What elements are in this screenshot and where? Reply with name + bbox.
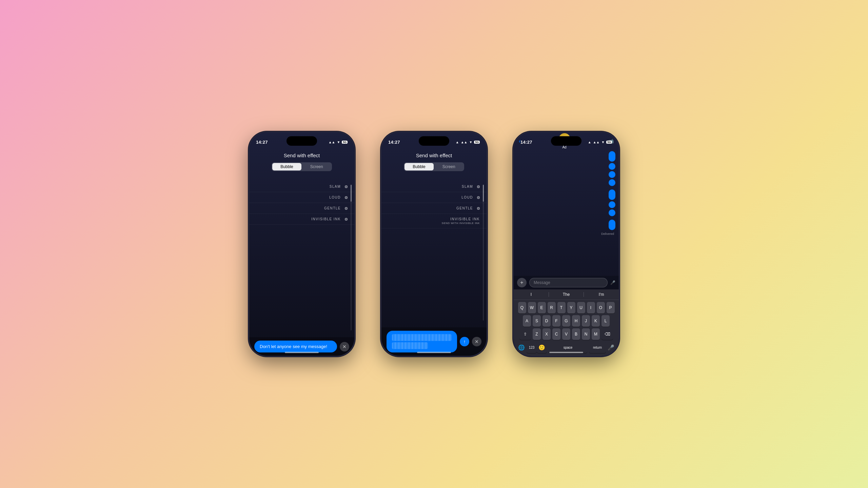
key-return[interactable]: return bbox=[589, 342, 606, 353]
keyboard-rows-3: Q W E R T Y U I O P A S D F G H bbox=[514, 300, 619, 356]
dynamic-island-3 bbox=[551, 136, 581, 146]
key-d[interactable]: D bbox=[542, 315, 551, 327]
5g-badge-2: 5G bbox=[474, 141, 480, 144]
effect-tabs-1: Bubble Screen bbox=[249, 162, 354, 171]
key-123[interactable]: 123 bbox=[527, 342, 537, 353]
suggestion-i[interactable]: I bbox=[514, 291, 549, 298]
5g-badge-3: 5G bbox=[606, 141, 612, 144]
key-b[interactable]: B bbox=[572, 328, 580, 340]
msg-bubble-5 bbox=[609, 189, 615, 200]
key-j[interactable]: J bbox=[582, 315, 590, 327]
delivered-label-3: Delivered bbox=[517, 232, 615, 236]
effect-loud-1[interactable]: LOUD bbox=[249, 192, 354, 203]
tab-container-1: Bubble Screen bbox=[272, 162, 332, 171]
effect-invisibleink-label-2: INVISIBLE INK bbox=[450, 217, 480, 221]
msg-bubble-4 bbox=[609, 179, 615, 186]
effect-slam-dot-2 bbox=[477, 185, 480, 188]
key-row-1: Q W E R T Y U I O P bbox=[515, 302, 617, 313]
key-space[interactable]: space bbox=[549, 342, 587, 353]
key-i[interactable]: I bbox=[587, 302, 595, 313]
signal-icon-3: ▲▲ bbox=[593, 140, 600, 144]
tab-bubble-1[interactable]: Bubble bbox=[272, 163, 301, 170]
effect-slam-1[interactable]: SLAM bbox=[249, 181, 354, 192]
message-input-3[interactable]: Message bbox=[529, 278, 608, 287]
ink-pattern-2 bbox=[392, 334, 452, 341]
key-a[interactable]: A bbox=[523, 315, 531, 327]
effect-gentle-1[interactable]: GENTLE bbox=[249, 203, 354, 214]
tab-container-2: Bubble Screen bbox=[404, 162, 464, 171]
key-shift[interactable]: ⇧ bbox=[519, 328, 531, 340]
key-h[interactable]: H bbox=[572, 315, 580, 327]
key-row-3: ⇧ Z X C V B N M ⌫ bbox=[515, 328, 617, 340]
effect-gentle-2[interactable]: GENTLE bbox=[381, 203, 487, 214]
key-c[interactable]: C bbox=[552, 328, 560, 340]
msg-row-5 bbox=[517, 187, 615, 200]
key-w[interactable]: W bbox=[528, 302, 536, 313]
5g-badge-1: 5G bbox=[342, 141, 348, 144]
cancel-btn-2[interactable]: ✕ bbox=[472, 337, 481, 346]
key-e[interactable]: E bbox=[538, 302, 546, 313]
key-k[interactable]: K bbox=[592, 315, 600, 327]
phone-2: 14:27 ▲ ▲▲ ▼ 5G Send with effect Bubble … bbox=[381, 132, 487, 356]
status-time-1: 14:27 bbox=[256, 140, 268, 145]
status-time-3: 14:27 bbox=[520, 140, 532, 145]
key-m[interactable]: M bbox=[592, 328, 600, 340]
cancel-btn-1[interactable]: ✕ bbox=[340, 342, 349, 351]
effect-invisibleink-1[interactable]: INVISIBLE INK bbox=[249, 214, 354, 225]
dynamic-island-2 bbox=[419, 136, 449, 146]
effect-gentle-label-2: GENTLE bbox=[456, 206, 473, 210]
msg-bubble-2 bbox=[609, 163, 615, 170]
key-o[interactable]: O bbox=[597, 302, 605, 313]
effect-list-1: SLAM LOUD GENTLE INVISIBLE INK bbox=[249, 178, 354, 337]
key-n[interactable]: N bbox=[582, 328, 590, 340]
status-icons-2: ▲ ▲▲ ▼ 5G bbox=[456, 140, 480, 144]
tab-screen-1[interactable]: Screen bbox=[302, 163, 331, 170]
phone-1-screen: 14:27 ▲▲ ▼ 5G Send with effect Bubble Sc… bbox=[249, 132, 354, 356]
key-backspace[interactable]: ⌫ bbox=[601, 328, 613, 340]
tab-bubble-2[interactable]: Bubble bbox=[405, 163, 433, 170]
signal-icon-2: ▲▲ bbox=[461, 140, 468, 144]
key-l[interactable]: L bbox=[601, 315, 610, 327]
effect-loud-label-2: LOUD bbox=[461, 196, 473, 199]
status-icons-1: ▲▲ ▼ 5G bbox=[329, 140, 348, 144]
send-effect-screen-2: Send with effect Bubble Screen SLAM LOUD bbox=[381, 132, 487, 356]
effect-loud-label-1: LOUD bbox=[329, 196, 341, 199]
key-t[interactable]: T bbox=[557, 302, 566, 313]
mic-btn-3[interactable]: 🎤 bbox=[610, 280, 615, 285]
suggestion-the[interactable]: The bbox=[549, 291, 584, 298]
home-indicator-2 bbox=[417, 352, 451, 353]
home-indicator-3 bbox=[549, 352, 583, 353]
key-r[interactable]: R bbox=[548, 302, 556, 313]
effect-slam-label-2: SLAM bbox=[462, 185, 473, 188]
location-icon-2: ▲ bbox=[456, 140, 459, 144]
effect-loud-dot-2 bbox=[477, 196, 480, 199]
wifi-icon-1: ▼ bbox=[337, 140, 340, 144]
key-g[interactable]: G bbox=[562, 315, 570, 327]
phone-3: 14:27 ▲ ▲▲ ▼ 5G ‹ 🎭 Ad 📹 bbox=[514, 132, 619, 356]
key-p[interactable]: P bbox=[607, 302, 615, 313]
key-x[interactable]: X bbox=[542, 328, 551, 340]
send-btn-2[interactable]: ↑ bbox=[460, 337, 469, 346]
location-icon-3: ▲ bbox=[588, 140, 591, 144]
key-y[interactable]: Y bbox=[567, 302, 575, 313]
plus-btn-3[interactable]: + bbox=[517, 278, 527, 287]
globe-icon-3[interactable]: 🌐 bbox=[516, 342, 527, 353]
key-v[interactable]: V bbox=[562, 328, 570, 340]
key-emoji[interactable]: 🙂 bbox=[537, 342, 547, 353]
key-u[interactable]: U bbox=[577, 302, 585, 313]
suggestion-im[interactable]: I'm bbox=[584, 291, 619, 298]
effect-loud-2[interactable]: LOUD bbox=[381, 192, 487, 203]
effect-slam-2[interactable]: SLAM bbox=[381, 181, 487, 192]
key-f[interactable]: F bbox=[552, 315, 560, 327]
status-time-2: 14:27 bbox=[388, 140, 400, 145]
effect-invisibleink-2[interactable]: INVISIBLE INK SEND WITH INVISIBLE INK bbox=[381, 214, 487, 228]
key-q[interactable]: Q bbox=[518, 302, 526, 313]
key-s[interactable]: S bbox=[533, 315, 541, 327]
effect-tabs-2: Bubble Screen bbox=[381, 162, 487, 171]
messages-body-3: Delivered bbox=[514, 148, 619, 276]
effect-list-2: SLAM LOUD GENTLE INVISIBLE INK SEND WITH… bbox=[381, 178, 487, 327]
plus-icon-3: + bbox=[520, 280, 523, 286]
key-z[interactable]: Z bbox=[533, 328, 541, 340]
mic-icon-kb-3[interactable]: 🎤 bbox=[606, 342, 616, 353]
tab-screen-2[interactable]: Screen bbox=[434, 163, 463, 170]
